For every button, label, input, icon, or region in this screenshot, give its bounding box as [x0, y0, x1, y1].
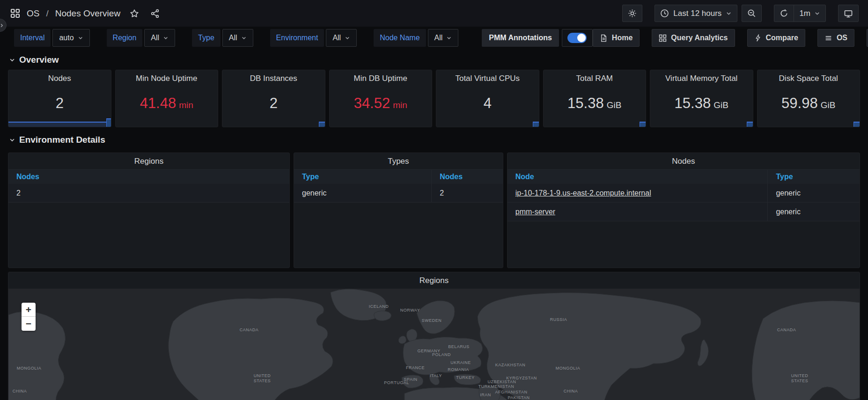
quick-links: HomeQuery AnalyticsCompareOSServicesPMM — [593, 29, 868, 47]
map-zoom-control: + − — [22, 303, 36, 331]
stat-panel-title[interactable]: Total RAM — [544, 70, 646, 87]
stat-panel-title[interactable]: Min Node Uptime — [116, 70, 218, 87]
chevron-right-icon — [0, 23, 4, 28]
column-header-nodes[interactable]: Nodes — [432, 170, 503, 184]
stat-panel-virtual-memory-total: Virtual Memory Total15.38GiB — [650, 70, 753, 127]
dashboard-settings-button[interactable] — [622, 5, 642, 22]
star-icon[interactable] — [129, 8, 140, 19]
node-link[interactable]: pmm-server — [515, 208, 555, 216]
breadcrumb-separator: / — [46, 8, 48, 19]
kiosk-mode-button[interactable] — [838, 5, 859, 22]
caret-down-icon — [241, 35, 247, 41]
map-label: CHINA — [564, 389, 578, 394]
stat-unit: min — [393, 96, 407, 110]
stat-value: 15.38 — [567, 95, 604, 112]
map-label: AFGHANISTAN — [495, 390, 528, 395]
column-header-type[interactable]: Type — [294, 170, 432, 184]
map-zoom-out-button[interactable]: − — [22, 317, 36, 331]
map-label: PORTUGAL — [384, 380, 409, 385]
table-header-row: NodeType — [508, 169, 860, 184]
filter-value-dropdown[interactable]: All — [428, 29, 459, 47]
section-title: Environment Details — [19, 135, 105, 145]
stat-panel-title[interactable]: Min DB Uptime — [330, 70, 432, 87]
table-panel-title[interactable]: Regions — [8, 153, 289, 169]
sparkline-end — [640, 122, 646, 127]
column-header-nodes[interactable]: Nodes — [8, 170, 289, 184]
bolt-icon — [754, 34, 762, 42]
stat-panel-title[interactable]: DB Instances — [222, 70, 325, 87]
stat-value: 4 — [484, 95, 492, 112]
filter-label: Environment — [270, 29, 324, 47]
world-map-svg — [8, 289, 860, 400]
map-label: MONGOLIA — [17, 366, 42, 371]
map-label: ITALY — [430, 373, 442, 378]
filter-value-dropdown[interactable]: All — [144, 29, 175, 47]
section-environment-details[interactable]: Environment Details — [9, 132, 860, 148]
filter-value-dropdown[interactable]: All — [326, 29, 357, 47]
quick-link-compare[interactable]: Compare — [747, 29, 805, 47]
gear-icon — [628, 9, 637, 18]
section-overview[interactable]: Overview — [9, 52, 860, 68]
quick-link-label: Compare — [766, 34, 798, 42]
panel-title[interactable]: Regions — [8, 272, 860, 289]
map-label: UNITED STATES — [254, 373, 271, 384]
breadcrumb-page-title[interactable]: Nodes Overview — [55, 8, 120, 19]
map-label: CANADA — [240, 327, 259, 333]
world-map[interactable]: ICELANDRUSSIANORWAYSWEDENCANADACANADABEL… — [8, 289, 860, 400]
table-row: generic2 — [294, 184, 503, 203]
map-label: MONGOLIA — [556, 366, 581, 371]
table-cell: 2 — [432, 184, 503, 202]
table-cell: generic — [768, 203, 860, 221]
filter-value-dropdown[interactable]: All — [222, 29, 253, 47]
stat-value: 59.98 — [781, 95, 818, 112]
quick-link-os[interactable]: OS — [817, 29, 854, 47]
stat-panel-title[interactable]: Disk Space Total — [758, 70, 860, 87]
overview-stats-row: Nodes2Min Node Uptime41.48minDB Instance… — [8, 70, 860, 127]
map-label: TURKEY — [456, 375, 475, 380]
pmm-annotations-toggle[interactable] — [562, 29, 593, 47]
table-panel-title[interactable]: Types — [294, 153, 503, 169]
table-panel-regions: RegionsNodes2 — [8, 153, 290, 268]
stat-value-wrap: 15.38GiB — [650, 87, 753, 127]
grid-icon — [659, 34, 667, 42]
map-label: BELARUS — [448, 344, 470, 349]
share-icon[interactable] — [149, 8, 161, 19]
stat-value-wrap: 2 — [8, 87, 111, 127]
stat-unit: GiB — [821, 96, 836, 110]
filter-value-dropdown[interactable]: auto — [52, 29, 89, 47]
zoom-out-time-button[interactable] — [742, 5, 762, 22]
column-header-type[interactable]: Type — [768, 170, 860, 184]
stat-value-wrap: 2 — [222, 87, 325, 127]
chevron-down-icon — [9, 137, 15, 143]
apps-grid-icon — [9, 7, 21, 19]
stat-value: 41.48 — [140, 95, 177, 112]
stat-panel-title[interactable]: Total Virtual CPUs — [436, 70, 539, 87]
column-header-node[interactable]: Node — [508, 170, 768, 184]
table-panel-title[interactable]: Nodes — [508, 153, 860, 169]
map-label: KAZAKHSTAN — [495, 363, 525, 368]
monitor-icon — [844, 9, 853, 18]
chevron-down-icon — [814, 10, 820, 16]
quick-link-home[interactable]: Home — [593, 29, 640, 47]
table-cell: 2 — [8, 184, 289, 202]
stat-panel-title[interactable]: Virtual Memory Total — [650, 70, 753, 87]
map-label: RUSSIA — [550, 317, 567, 322]
quick-link-query-analytics[interactable]: Query Analytics — [652, 29, 735, 47]
filter-label: Interval — [14, 29, 51, 47]
environment-tables-row: RegionsNodes2TypesTypeNodesgeneric2Nodes… — [8, 153, 860, 268]
stat-panel-min-node-uptime: Min Node Uptime41.48min — [115, 70, 219, 127]
map-label: TURKMENISTAN — [478, 384, 514, 389]
refresh-button[interactable] — [774, 5, 794, 22]
breadcrumb-app[interactable]: OS — [27, 8, 39, 19]
time-range-picker[interactable]: Last 12 hours — [655, 5, 737, 22]
filter-type: TypeAll — [192, 29, 253, 47]
stat-value-wrap: 41.48min — [116, 87, 218, 127]
stat-value-wrap: 4 — [436, 87, 539, 127]
map-zoom-in-button[interactable]: + — [22, 303, 36, 317]
stat-panel-title[interactable]: Nodes — [8, 70, 111, 87]
refresh-interval-picker[interactable]: 1m — [794, 5, 825, 22]
refresh-controls: 1m — [774, 5, 826, 22]
node-link[interactable]: ip-10-178-1-9.us-east-2.compute.internal — [515, 189, 651, 197]
table-cell: generic — [768, 184, 860, 202]
table-cell: ip-10-178-1-9.us-east-2.compute.internal — [508, 184, 768, 202]
